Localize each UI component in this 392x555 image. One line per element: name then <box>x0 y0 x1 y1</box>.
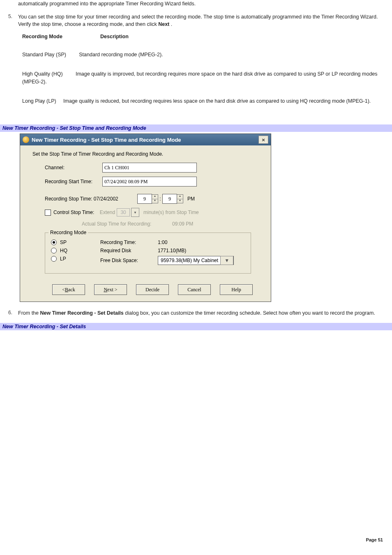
mode-hq-name: High Quality (HQ) <box>22 71 63 77</box>
heading-bar-2: New Timer Recording - Set Details <box>0 323 392 330</box>
stop-hour-spinner[interactable]: ▲▼ <box>152 194 158 203</box>
chevron-down-icon: ▼ <box>220 256 233 265</box>
free-disk-value: 95979.38(MB) My Cabinet <box>158 258 221 263</box>
extend-dropdown: ▼ <box>131 208 139 217</box>
intro-fragment: automatically programmed into the approp… <box>18 0 387 7</box>
step-5-number: 5. <box>8 13 12 20</box>
channel-label: Channel: <box>45 165 102 170</box>
req-disk-value: 1771.10(MB) <box>158 248 186 253</box>
radio-sp[interactable]: SP <box>51 240 96 245</box>
ampm-label: PM <box>187 196 195 202</box>
group-legend: Recording Mode <box>48 230 88 235</box>
radio-sp-label: SP <box>60 240 67 245</box>
mode-sp-desc: Standard recording mode (MPEG-2). <box>79 52 163 58</box>
control-stop-label: Control Stop Time: <box>53 210 94 215</box>
radio-sp-dot <box>51 240 57 245</box>
radio-lp[interactable]: LP <box>51 256 96 262</box>
control-stop-checkbox[interactable] <box>45 210 51 216</box>
next-post: ext > <box>107 287 117 293</box>
rec-time-value: 1:00 <box>158 240 167 245</box>
decide-button[interactable]: Decide <box>136 284 169 295</box>
step-5-text-a: You can set the stop time for your timer… <box>18 14 378 27</box>
mode-sp: Standard Play (SP) Standard recording mo… <box>22 51 387 59</box>
mode-hq: High Quality (HQ) Image quality is impro… <box>22 70 387 86</box>
mode-lp-desc: Image quality is reduced, but recording … <box>63 98 371 104</box>
radio-lp-label: LP <box>60 256 66 262</box>
radio-hq-label: HQ <box>60 248 67 253</box>
mode-lp-name: Long Play (LP) <box>22 98 56 104</box>
app-icon <box>23 136 29 143</box>
rec-time-label: Recording Time: <box>100 240 158 245</box>
extend-tail: minute(s) from Stop Time <box>143 210 199 215</box>
step-5-bold: Next <box>158 21 169 27</box>
step-6-bold: New Timer Recording - Set Details <box>40 310 124 316</box>
back-button[interactable]: < Back <box>52 284 85 295</box>
stop-hour-input[interactable] <box>137 194 152 204</box>
mode-sp-name: Standard Play (SP) <box>22 52 66 58</box>
channel-input[interactable] <box>102 163 197 173</box>
extend-label: Extend <box>100 210 115 215</box>
step-6-a: From the <box>18 310 40 316</box>
step-6: 6. From the New Timer Recording - Set De… <box>18 309 387 317</box>
cancel-button[interactable]: Cancel <box>178 284 211 295</box>
step-6-number: 6. <box>8 309 12 316</box>
start-time-input[interactable] <box>102 177 197 187</box>
step-5-text-b: . <box>171 21 172 27</box>
extend-value: 30 <box>117 208 130 216</box>
mode-table-header: Recording Mode Description <box>22 34 387 39</box>
back-pre: < <box>62 287 65 293</box>
radio-lp-dot <box>51 256 57 262</box>
header-col2: Description <box>100 34 129 39</box>
dialog-intro: Set the Stop Time of Timer Recording and… <box>32 151 263 157</box>
heading-bar-1: New Timer Recording - Set Stop Time and … <box>0 124 392 132</box>
next-u: N <box>104 287 107 293</box>
radio-hq-dot <box>51 248 57 253</box>
step-5: 5. You can set the stop time for your ti… <box>18 13 387 28</box>
titlebar: New Timer Recording - Set Stop Time and … <box>20 134 271 145</box>
radio-hq[interactable]: HQ <box>51 248 96 253</box>
stop-minute-spinner[interactable]: ▲▼ <box>177 194 183 203</box>
next-button[interactable]: Next > <box>94 284 127 295</box>
step-6-b: dialog box, you can customize the timer … <box>125 310 375 316</box>
help-button[interactable]: Help <box>220 284 253 295</box>
req-disk-label: Required Disk <box>100 248 158 253</box>
dialog-stop-time: New Timer Recording - Set Stop Time and … <box>20 134 271 302</box>
free-disk-select[interactable]: 95979.38(MB) My Cabinet ▼ <box>158 256 234 265</box>
recording-mode-group: Recording Mode SP HQ LP <box>45 233 251 274</box>
mode-lp: Long Play (LP) Image quality is reduced,… <box>22 97 387 105</box>
mode-hq-desc: Image quality is improved, but recording… <box>22 71 378 85</box>
close-button[interactable]: × <box>258 136 268 144</box>
page-number: Page 51 <box>0 332 392 547</box>
start-time-label: Recording Start Time: <box>45 179 102 184</box>
actual-stop-label: Actual Stop Time for Recording: <box>82 221 172 227</box>
stop-time-label: Recording Stop Time: 07/24/2002 <box>45 196 137 202</box>
dialog-title: New Timer Recording - Set Stop Time and … <box>32 137 181 143</box>
stop-minute-input[interactable] <box>162 194 177 204</box>
actual-stop-value: 09:09 PM <box>172 221 193 227</box>
header-col1: Recording Mode <box>22 34 100 39</box>
back-u: B <box>65 287 68 293</box>
free-disk-label: Free Disk Space: <box>100 258 158 263</box>
back-post: ack <box>68 287 75 293</box>
